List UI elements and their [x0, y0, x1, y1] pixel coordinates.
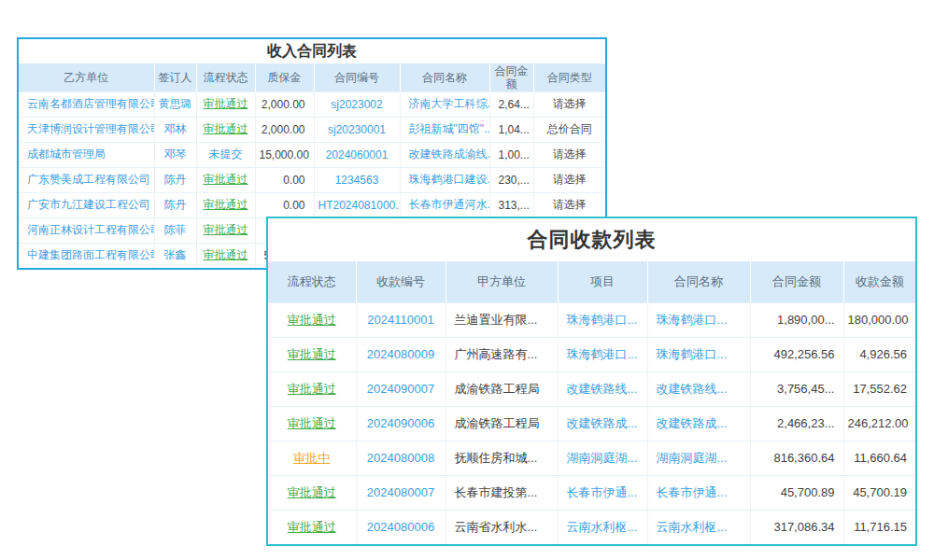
receipt-no-link[interactable]: 2024090006 — [356, 406, 446, 441]
status-link[interactable]: 审批通过 — [268, 406, 356, 441]
contract-name-link[interactable]: 改建铁路成渝线... — [400, 142, 489, 167]
receipt-amount-cell: 45,700.19 — [843, 475, 915, 510]
status-link[interactable]: 审批通过 — [196, 117, 255, 142]
retention-cell: 2,000.00 — [255, 91, 314, 117]
receipt-no-link[interactable]: 2024110001 — [356, 302, 446, 337]
contract-name-link[interactable]: 珠海鹤港口... — [647, 302, 750, 337]
col-header-party-a: 甲方单位 — [446, 261, 558, 302]
contract-name-link[interactable]: 改建铁路成... — [647, 406, 750, 441]
receipt-amount-cell: 4,926.56 — [843, 337, 915, 371]
col-header-project: 项目 — [558, 261, 647, 302]
contract-no-link[interactable]: HT2024081000... — [314, 192, 400, 217]
party-b-link[interactable]: 天津博润设计管理有限公司 — [19, 117, 154, 142]
status-link[interactable]: 未提交 — [196, 142, 255, 167]
party-a-cell: 云南省水利水... — [446, 510, 558, 544]
table-row: 广东赞美成工程有限公司 陈丹 审批通过 0.00 1234563 珠海鹤港口建设… — [19, 167, 605, 192]
party-b-link[interactable]: 中建集团路面工程有限公司 — [19, 243, 154, 268]
col-header-receipt-amount: 收款金额 — [843, 261, 915, 302]
col-header-signer: 签订人 — [154, 63, 196, 91]
receipt-no-link[interactable]: 2024090007 — [356, 371, 446, 406]
party-a-cell: 兰迪置业有限... — [446, 302, 558, 337]
contract-name-link[interactable]: 彭祖新城"四馆"... — [400, 117, 489, 142]
table-row: 审批通过 2024080009 广州高速路有... 珠海鹤港口... 珠海鹤港口… — [268, 337, 915, 371]
project-link[interactable]: 云南水利枢... — [558, 510, 647, 544]
contract-no-link[interactable]: sj20230001 — [314, 117, 400, 142]
contract-amount-cell: 45,700.89 — [750, 475, 843, 510]
status-link[interactable]: 审批通过 — [268, 475, 356, 510]
contract-name-link[interactable]: 湖南洞庭湖... — [647, 441, 750, 475]
party-a-cell: 成渝铁路工程局 — [446, 406, 558, 441]
col-header-receipt-no: 收款编号 — [356, 261, 446, 302]
receipt-contract-table: 合同收款列表 流程状态 收款编号 甲方单位 项目 合同名称 合同金额 收款金额 — [266, 217, 917, 546]
receipt-amount-cell: 246,212.00 — [843, 406, 915, 441]
party-b-link[interactable]: 云南名都酒店管理有限公司 — [19, 91, 154, 117]
col-header-contract-name: 合同名称 — [647, 261, 750, 302]
contract-no-link[interactable]: 2024060001 — [314, 142, 400, 167]
contract-name-link[interactable]: 云南水利枢... — [647, 510, 750, 544]
status-link[interactable]: 审批通过 — [196, 217, 255, 243]
status-link[interactable]: 审批通过 — [196, 91, 255, 117]
table-row: 审批通过 2024080006 云南省水利水... 云南水利枢... 云南水利枢… — [268, 510, 915, 544]
project-link[interactable]: 珠海鹤港口... — [558, 302, 647, 337]
status-link[interactable]: 审批通过 — [268, 337, 356, 371]
project-link[interactable]: 改建铁路成... — [558, 406, 647, 441]
status-link[interactable]: 审批通过 — [196, 192, 255, 217]
contract-name-link[interactable]: 长春市伊通河水... — [400, 192, 489, 217]
amount-cell: 1,04... — [489, 117, 533, 142]
contract-amount-cell: 816,360.64 — [750, 441, 843, 475]
contract-name-link[interactable]: 珠海鹤港口... — [647, 337, 750, 371]
receipt-header-row: 流程状态 收款编号 甲方单位 项目 合同名称 合同金额 收款金额 — [268, 261, 915, 302]
table-row: 成都城市管理局 邓琴 未提交 15,000.00 2024060001 改建铁路… — [19, 142, 605, 167]
col-header-type: 合同类型 — [533, 63, 605, 91]
party-b-link[interactable]: 广东赞美成工程有限公司 — [19, 167, 154, 192]
col-header-retention: 质保金 — [255, 63, 314, 91]
project-link[interactable]: 改建铁路线... — [558, 371, 647, 406]
receipt-no-link[interactable]: 2024080009 — [356, 337, 446, 371]
type-cell: 请选择 — [533, 167, 605, 192]
col-header-amount: 合同金额 — [489, 63, 533, 91]
table-row: 广安市九江建设工程公司 陈丹 审批通过 0.00 HT2024081000...… — [19, 192, 605, 217]
receipt-no-link[interactable]: 2024080008 — [356, 441, 446, 475]
status-link[interactable]: 审批通过 — [196, 243, 255, 268]
project-link[interactable]: 珠海鹤港口... — [558, 337, 647, 371]
table-row: 审批通过 2024110001 兰迪置业有限... 珠海鹤港口... 珠海鹤港口… — [268, 302, 915, 337]
receipt-no-link[interactable]: 2024080006 — [356, 510, 446, 544]
table-row: 审批中 2024080008 抚顺住房和城... 湖南洞庭湖... 湖南洞庭湖.… — [268, 441, 915, 475]
status-link[interactable]: 审批通过 — [268, 302, 356, 337]
status-link[interactable]: 审批通过 — [268, 510, 356, 544]
party-a-cell: 长春市建投第... — [446, 475, 558, 510]
contract-no-link[interactable]: sj2023002 — [314, 91, 400, 117]
party-b-link[interactable]: 成都城市管理局 — [19, 142, 154, 167]
contract-amount-cell: 3,756,45... — [750, 371, 843, 406]
table-row: 审批通过 2024090006 成渝铁路工程局 改建铁路成... 改建铁路成..… — [268, 406, 915, 441]
receipt-amount-cell: 17,552.62 — [843, 371, 915, 406]
contract-name-link[interactable]: 长春市伊通... — [647, 475, 750, 510]
col-header-contract-amount: 合同金额 — [750, 261, 843, 302]
col-header-status: 流程状态 — [268, 261, 356, 302]
retention-cell: 0.00 — [255, 192, 314, 217]
income-table-title: 收入合同列表 — [19, 39, 605, 63]
project-link[interactable]: 湖南洞庭湖... — [558, 441, 647, 475]
contract-amount-cell: 2,466,23... — [750, 406, 843, 441]
contract-name-link[interactable]: 改建铁路线... — [647, 371, 750, 406]
party-b-link[interactable]: 河南正林设计工程有限公司 — [19, 217, 154, 243]
status-link[interactable]: 审批中 — [268, 441, 356, 475]
contract-name-link[interactable]: 珠海鹤港口建设... — [400, 167, 489, 192]
col-header-contract-name: 合同名称 — [400, 63, 489, 91]
status-link[interactable]: 审批通过 — [196, 167, 255, 192]
table-row: 审批通过 2024090007 成渝铁路工程局 改建铁路线... 改建铁路线..… — [268, 371, 915, 406]
status-link[interactable]: 审批通过 — [268, 371, 356, 406]
table-row: 审批通过 2024080007 长春市建投第... 长春市伊通... 长春市伊通… — [268, 475, 915, 510]
contract-no-link[interactable]: 1234563 — [314, 167, 400, 192]
party-b-link[interactable]: 广安市九江建设工程公司 — [19, 192, 154, 217]
contract-name-link[interactable]: 济南大学工科综... — [400, 91, 489, 117]
receipt-no-link[interactable]: 2024080007 — [356, 475, 446, 510]
signer-cell: 邓琴 — [154, 142, 196, 167]
project-link[interactable]: 长春市伊通... — [558, 475, 647, 510]
receipt-table-grid: 流程状态 收款编号 甲方单位 项目 合同名称 合同金额 收款金额 审批通过 20… — [268, 261, 915, 544]
receipt-amount-cell: 11,716.15 — [843, 510, 915, 544]
col-header-party-b: 乙方单位 — [19, 63, 154, 91]
table-row: 天津博润设计管理有限公司 邓林 审批通过 2,000.00 sj20230001… — [19, 117, 605, 142]
receipt-amount-cell: 11,660.64 — [843, 441, 915, 475]
party-a-cell: 抚顺住房和城... — [446, 441, 558, 475]
